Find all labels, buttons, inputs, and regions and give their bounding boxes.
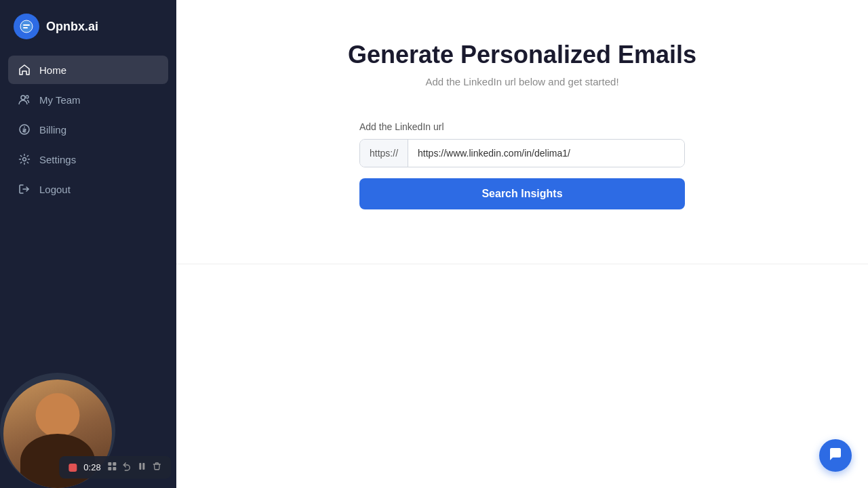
svg-rect-1 [23, 24, 30, 26]
main-content: Generate Personalized Emails Add the Lin… [176, 0, 868, 488]
svg-rect-9 [108, 467, 112, 470]
sidebar-item-logout[interactable]: Logout [8, 175, 168, 203]
sidebar-item-settings[interactable]: Settings [8, 145, 168, 174]
logout-icon [18, 182, 31, 196]
sidebar-item-my-team-label: My Team [39, 94, 81, 106]
chat-bubble-button[interactable] [819, 439, 852, 472]
billing-icon [18, 123, 31, 136]
rec-time: 0:28 [83, 462, 100, 472]
sidebar-nav: Home My Team Billing [0, 56, 176, 203]
delete-btn[interactable] [153, 462, 162, 473]
sidebar-item-billing-label: Billing [39, 124, 66, 136]
svg-point-3 [21, 96, 25, 100]
svg-point-4 [26, 96, 28, 98]
rec-dot [68, 464, 77, 472]
settings-icon [18, 152, 31, 166]
rec-controls [108, 462, 162, 473]
grid-btn[interactable] [108, 462, 117, 473]
sidebar-item-my-team[interactable]: My Team [8, 85, 168, 114]
logo-area: Opnbx.ai [0, 0, 176, 56]
sidebar: Opnbx.ai Home My Team [0, 0, 176, 488]
logo-text: Opnbx.ai [46, 20, 98, 34]
recording-bar: 0:28 [59, 456, 171, 479]
svg-rect-10 [113, 467, 117, 470]
home-icon [18, 63, 31, 77]
sidebar-item-billing[interactable]: Billing [8, 115, 168, 144]
svg-point-0 [20, 20, 33, 33]
sidebar-item-settings-label: Settings [39, 154, 76, 165]
url-label: Add the LinkedIn url [359, 121, 685, 132]
linkedin-form: Add the LinkedIn url https:// Search Ins… [359, 121, 685, 209]
url-input-wrapper: https:// [359, 139, 685, 167]
main-inner: Generate Personalized Emails Add the Lin… [258, 0, 787, 237]
linkedin-url-input[interactable] [408, 140, 684, 167]
svg-point-6 [23, 158, 26, 161]
svg-rect-7 [108, 462, 112, 466]
team-icon [18, 93, 31, 106]
svg-rect-8 [113, 462, 117, 466]
sidebar-item-logout-label: Logout [39, 184, 71, 195]
chat-bubble-icon [828, 447, 843, 465]
page-title: Generate Personalized Emails [348, 41, 696, 69]
svg-rect-12 [143, 463, 145, 470]
logo-icon [14, 14, 39, 39]
sidebar-item-home-label: Home [39, 64, 66, 76]
svg-rect-2 [23, 27, 28, 28]
url-prefix: https:// [360, 140, 408, 167]
page-subtitle: Add the LinkedIn url below and get start… [425, 76, 618, 87]
svg-rect-11 [140, 463, 142, 470]
pause-btn[interactable] [138, 462, 147, 473]
undo-btn[interactable] [123, 462, 132, 473]
search-insights-button[interactable]: Search Insights [359, 178, 685, 209]
section-divider [176, 264, 868, 264]
sidebar-item-home[interactable]: Home [8, 56, 168, 84]
